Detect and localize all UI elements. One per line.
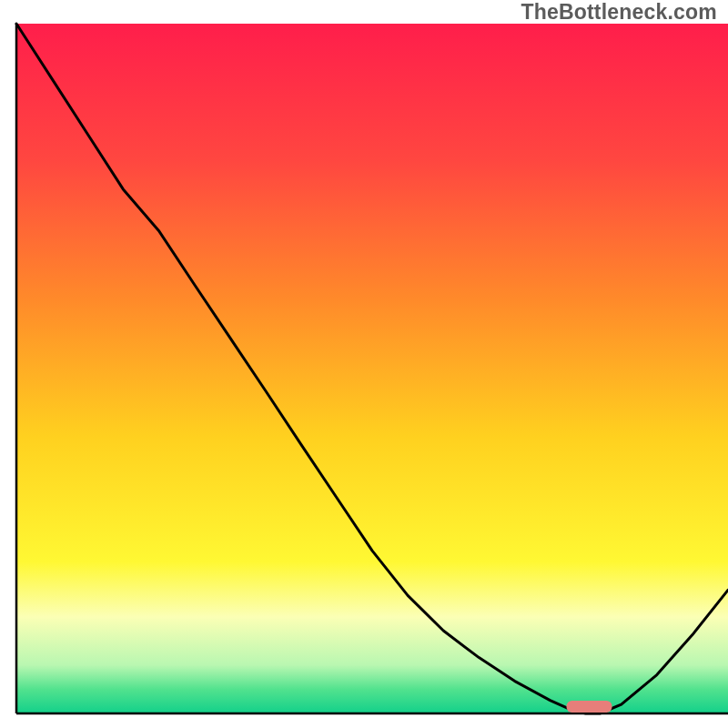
chart-svg — [0, 0, 728, 728]
plot-background — [16, 24, 728, 713]
bottleneck-chart: TheBottleneck.com — [0, 0, 728, 728]
optimal-marker — [566, 701, 612, 713]
